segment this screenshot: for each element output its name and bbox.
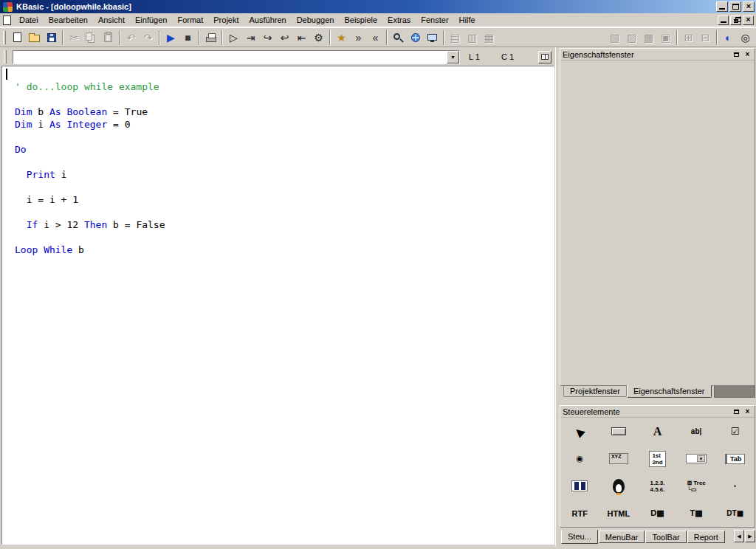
datetime-control[interactable]: DT▦	[715, 500, 755, 527]
show-project-window-button[interactable]: ▤	[447, 30, 464, 46]
scroll-tabs-right-button[interactable]: ▶	[745, 530, 755, 542]
menu-item-ausfuhren[interactable]: Ausführen	[244, 14, 292, 26]
symbol-combobox[interactable]: ▼	[13, 50, 460, 64]
tab-projektfenster[interactable]: Projektfenster	[563, 386, 627, 397]
checkbox-control[interactable]: ☑	[715, 418, 755, 445]
controls-close-button[interactable]: ×	[743, 407, 752, 416]
chevron-down-icon[interactable]: ▼	[447, 51, 459, 63]
menu-item-debuggen[interactable]: Debuggen	[292, 14, 340, 26]
show-properties-window-button[interactable]: ▥	[464, 30, 481, 46]
datatable-control[interactable]: T▦	[677, 500, 716, 527]
menu-item-ansicht[interactable]: Ansicht	[93, 14, 130, 26]
maximize-button[interactable]	[729, 1, 741, 12]
cut-button[interactable]: ✂	[66, 30, 83, 46]
properties-float-button[interactable]	[732, 50, 741, 59]
menu-item-beispiele[interactable]: Beispiele	[339, 14, 382, 26]
tab-toolbar[interactable]: ToolBar	[645, 531, 686, 543]
show-controls-window-icon: ▦	[484, 32, 494, 43]
tabcontrol-control[interactable]: Tab	[715, 445, 755, 472]
copy-button[interactable]	[83, 30, 100, 46]
about-button[interactable]: ◐	[720, 30, 737, 46]
tab-report[interactable]: Report	[687, 531, 725, 543]
mdi-close-icon: ×	[746, 15, 750, 24]
minimize-button[interactable]	[716, 1, 728, 12]
step-out-button[interactable]: ↩	[276, 30, 293, 46]
cascade-windows-button[interactable]: ▩	[640, 30, 657, 46]
compile-button[interactable]: ⚙	[310, 30, 327, 46]
tile-horizontal-button[interactable]: ▧	[606, 30, 623, 46]
controls-float-button[interactable]	[732, 407, 741, 416]
treeview-control[interactable]: ⊞ Tree└▭	[677, 472, 716, 500]
previous-bookmark-button[interactable]: «	[367, 30, 384, 46]
commandbutton-control[interactable]	[599, 418, 639, 445]
menu-item-extras[interactable]: Extras	[382, 14, 416, 26]
new-file-button[interactable]	[9, 30, 26, 46]
menu-item-format[interactable]: Format	[172, 14, 208, 26]
mdi-minimize-button[interactable]	[718, 15, 729, 25]
close-button[interactable]: ×	[743, 1, 755, 12]
step-into-button[interactable]: ⇥	[242, 30, 259, 46]
window-controls: ×	[716, 1, 755, 12]
textbox-control[interactable]: ab|	[677, 418, 716, 445]
html-control[interactable]: HTML	[599, 500, 639, 527]
menu-item-datei[interactable]: Datei	[14, 14, 44, 26]
richtext-control[interactable]: RTF	[560, 500, 599, 527]
scroll-tabs-left-button[interactable]: ◀	[734, 530, 744, 542]
image-control[interactable]	[599, 472, 639, 500]
open-file-button[interactable]	[26, 30, 43, 46]
editor-toolbar-grip[interactable]	[4, 50, 7, 63]
stop-button[interactable]: ■	[179, 30, 196, 46]
tile-vertical-button[interactable]: ▨	[623, 30, 640, 46]
form-editor-button[interactable]	[424, 30, 441, 46]
paste-button[interactable]	[100, 30, 117, 46]
menu-item-einfugen[interactable]: Einfügen	[130, 14, 172, 26]
datagrid-control[interactable]: D▦	[638, 500, 677, 527]
document-icon[interactable]	[3, 15, 11, 25]
label-control[interactable]: A	[638, 418, 677, 445]
split-editor-button[interactable]	[538, 51, 551, 63]
print-button[interactable]	[202, 30, 219, 46]
listbox-control[interactable]: 1st2nd	[638, 445, 677, 472]
step-over-button[interactable]: ↪	[259, 30, 276, 46]
mdi-close-button[interactable]: ×	[743, 15, 754, 25]
tab-menubar[interactable]: MenuBar	[599, 531, 645, 543]
run-to-cursor-icon: ⇤	[298, 32, 306, 43]
tab-eigenschaftsfenster[interactable]: Eigenschaftsfenster	[627, 385, 712, 398]
run-button[interactable]: ▶	[162, 30, 179, 46]
run-to-cursor-button[interactable]: ⇤	[293, 30, 310, 46]
frame-control[interactable]: XYZ	[599, 445, 639, 472]
find-button[interactable]	[390, 30, 407, 46]
menu-item-hilfe[interactable]: Hilfe	[454, 14, 481, 26]
next-bookmark-button[interactable]: »	[350, 30, 367, 46]
combobox-control[interactable]: ▼	[677, 445, 716, 472]
code-editor[interactable]: ' do...loop while exampleDim b As Boolea…	[1, 66, 554, 545]
close-window-button[interactable]: ⊟	[697, 30, 714, 46]
redo-button[interactable]: ↷	[140, 30, 157, 46]
context-help-button[interactable]: ◎	[737, 30, 754, 46]
menu-item-fenster[interactable]: Fenster	[416, 14, 453, 26]
menu-item-bearbeiten[interactable]: Bearbeiten	[44, 14, 93, 26]
properties-close-button[interactable]: ×	[743, 50, 752, 59]
shape-control-icon: ▪	[734, 483, 736, 489]
shape-control[interactable]: ▪	[715, 472, 755, 500]
show-controls-window-button[interactable]: ▦	[481, 30, 498, 46]
undo-button[interactable]: ↶	[123, 30, 140, 46]
tabcontrol-control-icon: Tab	[725, 454, 745, 464]
splitter-control[interactable]	[560, 472, 599, 500]
arrange-icons-button[interactable]: ▣	[657, 30, 674, 46]
split-window-button[interactable]: ⊞	[680, 30, 697, 46]
debug-start-button[interactable]: ▷	[225, 30, 242, 46]
toolbar-grip[interactable]	[3, 31, 6, 44]
toolbar-separator	[386, 30, 388, 45]
save-file-button[interactable]	[43, 30, 60, 46]
listbox-control-icon: 1st2nd	[649, 451, 665, 467]
controls-grid: ◀Aab|☑◉XYZ1st2nd▼Tab1.2.3.4.5.6.⊞ Tree└▭…	[560, 418, 755, 527]
web-help-button[interactable]	[407, 30, 424, 46]
toggle-bookmark-button[interactable]: ★	[333, 30, 350, 46]
listview-control[interactable]: 1.2.3.4.5.6.	[638, 472, 677, 500]
mdi-restore-button[interactable]	[730, 15, 741, 25]
pointer-tool[interactable]: ◀	[560, 418, 599, 445]
menu-item-projekt[interactable]: Projekt	[208, 14, 244, 26]
tab-steu[interactable]: Steu...	[561, 530, 598, 544]
optionbutton-control[interactable]: ◉	[560, 445, 599, 472]
